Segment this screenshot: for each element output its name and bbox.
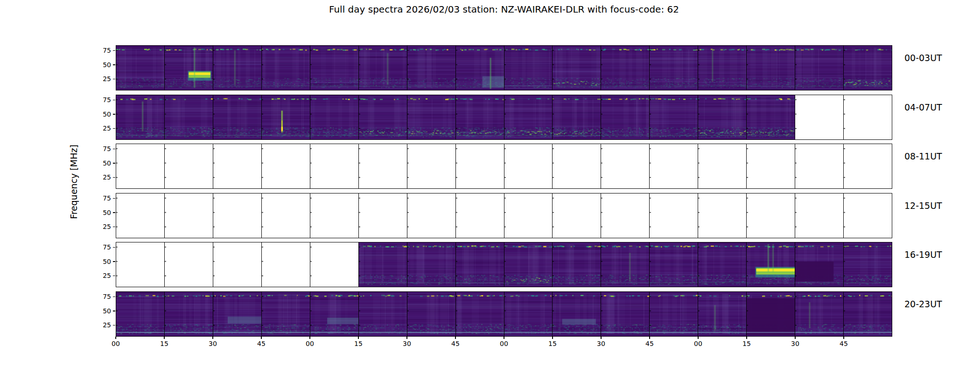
spectrogram-panel	[262, 95, 310, 139]
spectrogram-panel	[553, 292, 601, 336]
no-data-panel	[310, 144, 359, 188]
no-data-panel	[795, 193, 844, 238]
no-data-panel	[650, 144, 698, 188]
no-data-panel	[601, 193, 650, 238]
no-data-panel	[310, 242, 359, 287]
spectrogram-panel	[407, 95, 456, 139]
spectrogram-panel	[698, 46, 747, 90]
x-axis-tick	[212, 337, 213, 339]
spectrogram-panel	[359, 292, 407, 336]
spectrogram-panel	[262, 292, 310, 336]
y-axis-tick	[113, 247, 115, 248]
spectrogram-panel	[116, 95, 165, 139]
y-tick-label: 25	[95, 272, 111, 279]
spectrogram-panel	[650, 292, 698, 336]
x-axis-tick	[746, 337, 747, 339]
x-tick-label: 15	[543, 340, 562, 347]
spectrogram-panel	[116, 46, 165, 90]
figure-title: Full day spectra 2026/02/03 station: NZ-…	[116, 4, 892, 15]
x-axis-tick	[552, 337, 553, 339]
x-tick-label: 30	[398, 340, 416, 347]
x-axis-tick	[504, 337, 504, 339]
no-data-panel	[165, 144, 213, 188]
spectrogram-panel	[359, 46, 407, 90]
y-tick-label: 75	[95, 145, 111, 152]
x-tick-label: 45	[446, 340, 465, 347]
spectrogram-panel	[456, 242, 504, 287]
spectrogram-panel	[165, 292, 213, 336]
spectrogram-panel	[747, 242, 795, 287]
spectrogram-panel	[359, 242, 407, 287]
y-axis-tick	[113, 128, 115, 129]
y-axis-tick	[113, 100, 115, 101]
no-data-panel	[698, 193, 747, 238]
y-axis-tick	[113, 212, 115, 213]
y-tick-label: 25	[95, 322, 111, 328]
y-tick-label: 25	[95, 76, 111, 82]
spectrogram-panel	[310, 292, 359, 336]
spectrogram-panel	[698, 242, 747, 287]
spectrogram-panel	[698, 95, 747, 139]
no-data-panel	[407, 193, 456, 238]
row-time-label: 20-23UT	[904, 299, 942, 309]
spectrogram-panel	[504, 242, 553, 287]
no-data-panel	[650, 193, 698, 238]
y-axis-tick	[113, 311, 115, 311]
row-time-label: 04-07UT	[904, 102, 942, 112]
y-axis-tick	[113, 297, 115, 297]
spectrogram-panel	[650, 242, 698, 287]
x-axis-tick	[795, 337, 796, 339]
y-tick-label: 50	[95, 62, 111, 68]
x-tick-label: 00	[106, 340, 125, 347]
spectrogram-panel	[650, 46, 698, 90]
x-axis-tick	[698, 337, 699, 339]
spectra-row-12-15UT	[116, 193, 892, 238]
spectrogram-panel	[504, 46, 553, 90]
no-data-panel	[795, 95, 844, 139]
x-tick-label: 00	[689, 340, 707, 347]
no-data-panel	[165, 193, 213, 238]
no-data-panel	[795, 144, 844, 188]
spectrogram-panel	[601, 292, 650, 336]
spectrogram-panel	[456, 292, 504, 336]
no-data-panel	[747, 144, 795, 188]
no-data-panel	[844, 95, 892, 139]
no-data-panel	[456, 193, 504, 238]
spectrogram-panel	[795, 242, 844, 287]
y-tick-label: 50	[95, 258, 111, 265]
x-tick-label: 30	[786, 340, 805, 347]
y-axis-tick	[113, 79, 115, 80]
x-axis-tick	[649, 337, 650, 339]
spectrogram-panel	[698, 292, 747, 336]
y-tick-label: 50	[95, 209, 111, 216]
y-axis-label: Frequency [MHz]	[69, 145, 79, 219]
spectrogram-panel	[359, 95, 407, 139]
y-axis-tick	[113, 276, 115, 276]
y-tick-label: 75	[95, 244, 111, 250]
no-data-panel	[553, 193, 601, 238]
x-tick-label: 45	[640, 340, 659, 347]
spectrogram-panel	[456, 95, 504, 139]
x-axis-tick	[406, 337, 407, 339]
no-data-panel	[504, 144, 553, 188]
spectrogram-panel	[747, 95, 795, 139]
spectrogram-panel	[844, 242, 892, 287]
spectrogram-panel	[213, 292, 262, 336]
x-axis-tick	[455, 337, 456, 339]
no-data-panel	[262, 242, 310, 287]
y-axis-tick	[113, 64, 115, 65]
y-tick-label: 25	[95, 174, 111, 180]
spectrogram-panel	[844, 46, 892, 90]
spectrogram-panel	[407, 242, 456, 287]
spectrogram-panel	[504, 95, 553, 139]
y-tick-label: 25	[95, 125, 111, 131]
spectrogram-panel	[262, 46, 310, 90]
x-tick-label: 45	[252, 340, 271, 347]
no-data-panel	[844, 193, 892, 238]
spectra-row-16-19UT	[116, 242, 892, 287]
spectrogram-panel	[165, 95, 213, 139]
no-data-panel	[262, 193, 310, 238]
spectrogram-panel	[553, 242, 601, 287]
no-data-panel	[165, 242, 213, 287]
no-data-panel	[456, 144, 504, 188]
